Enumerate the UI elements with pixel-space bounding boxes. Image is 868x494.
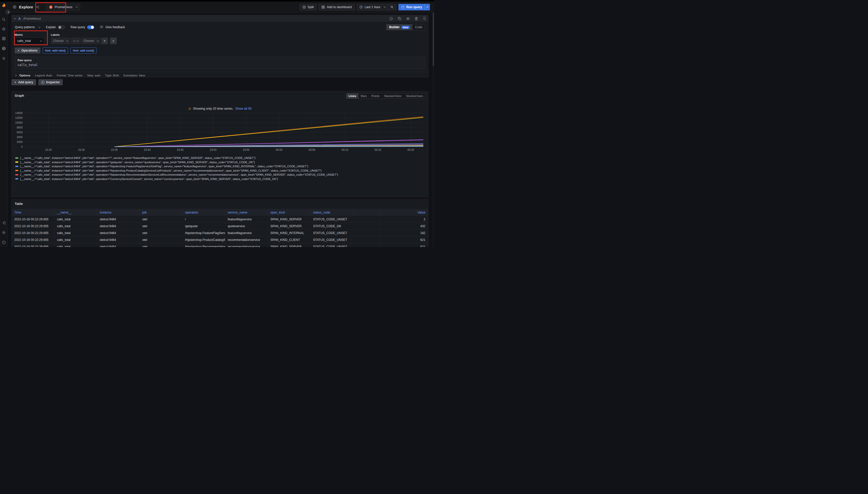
legend-clipped-row: · –··– ··–· –·· –·–·· –·– ··–· –··– ·–··… [15, 194, 426, 195]
raw-query-toggle[interactable]: Raw query [71, 25, 94, 29]
table-cell: 2022-10-16 00:22:29.655 [12, 216, 55, 223]
explore-compass-icon[interactable] [2, 46, 6, 51]
table-row[interactable]: 2022-10-16 00:22:29.655calls_totalotelco… [12, 223, 428, 229]
graph-style-tab-stacked-bars[interactable]: Stacked bars [404, 93, 426, 98]
graph-style-tab-lines[interactable]: Lines [346, 93, 359, 98]
legend-label: {__name__="calls_total", instance="otelc… [20, 173, 338, 176]
table-cell: otel [140, 216, 183, 223]
svg-text:12000: 12000 [15, 116, 23, 119]
column-header-Time[interactable]: Time [12, 209, 55, 216]
explain-switch[interactable] [58, 25, 65, 29]
legend-item[interactable]: {__name__="calls_total", instance="otelc… [15, 156, 426, 160]
dashboards-icon[interactable] [2, 37, 6, 41]
query-hints: hint: add rate()hint: add sum() [43, 48, 97, 54]
legend-item[interactable]: {__name__="calls_total", instance="otelc… [15, 164, 426, 169]
page-scrollbar[interactable] [433, 1, 434, 247]
svg-text:23:55: 23:55 [243, 148, 249, 151]
query-patterns-dropdown[interactable]: Query patterns [15, 25, 40, 29]
search-icon[interactable] [2, 18, 6, 22]
grafana-logo[interactable] [1, 2, 6, 7]
code-mode-tab[interactable]: Code [412, 24, 425, 30]
option-summary-item: Exemplars: false [124, 74, 145, 77]
give-feedback-link[interactable]: Give feedback [100, 25, 125, 29]
legend-item[interactable]: {__name__="calls_total", instance="otelc… [15, 169, 426, 173]
scrollbar-thumb[interactable] [433, 13, 434, 66]
metric-select[interactable]: calls_total [15, 38, 44, 44]
table-cell: SPAN_KIND_CLIENT [268, 236, 311, 243]
column-header-instance[interactable]: instance [97, 209, 140, 216]
column-header-operation[interactable]: operation [183, 209, 225, 216]
hide-response-eye-icon[interactable] [406, 17, 410, 21]
sign-in-icon[interactable] [2, 221, 6, 225]
operations-button[interactable]: + Operations [15, 48, 40, 54]
legend-item[interactable]: {__name__="calls_total", instance="otelc… [15, 177, 426, 181]
run-query-button[interactable]: Run query [398, 4, 430, 11]
add-to-dashboard-button[interactable]: Add to dashboard [319, 4, 355, 11]
remove-query-trash-icon[interactable] [414, 17, 418, 21]
column-header-span_kind[interactable]: span_kind [268, 209, 311, 216]
query-help-icon[interactable]: ? [389, 17, 393, 21]
legend-label: {__name__="calls_total", instance="otelc… [20, 169, 322, 172]
column-header-__name__[interactable]: __name__ [55, 209, 97, 216]
column-header-status_code[interactable]: status_code [311, 209, 354, 216]
show-all-series-link[interactable]: Show all 55 [235, 107, 252, 110]
share-icon[interactable] [36, 5, 39, 9]
table-cell: 2022-10-16 00:22:29.655 [12, 243, 55, 247]
table-cell: 621 [380, 243, 428, 247]
zoom-out-time-button[interactable] [388, 4, 396, 10]
label-key-select[interactable]: Choose [51, 38, 70, 44]
copy-query-icon[interactable] [398, 17, 401, 21]
starred-icon[interactable] [2, 27, 6, 31]
sidebar-expand-button[interactable] [5, 10, 10, 15]
comment-icon [100, 25, 104, 29]
time-series-chart[interactable]: 0200040006000800010000120001400023:2523:… [14, 112, 426, 155]
datasource-picker[interactable]: Prometheus [46, 4, 80, 11]
legend-color-swatch [15, 166, 18, 167]
explain-toggle[interactable]: Explain [46, 25, 65, 29]
table-cell: recommendationservice [225, 243, 268, 247]
raw-query-switch[interactable] [87, 25, 94, 29]
legend-label: {__name__="calls_total", instance="otelc… [20, 161, 255, 164]
run-query-dropdown[interactable] [424, 4, 430, 11]
svg-text:8000: 8000 [17, 126, 23, 129]
query-hint-button[interactable]: hint: add sum() [70, 48, 96, 54]
add-label-filter-button[interactable]: + [110, 38, 116, 44]
query-row-header[interactable]: A (Prometheus) ? [12, 15, 428, 22]
time-range-picker[interactable]: Last 1 hour [357, 4, 388, 10]
collapse-chevron-icon[interactable] [14, 17, 16, 19]
table-row[interactable]: 2022-10-16 00:22:29.655calls_totalotelco… [12, 229, 428, 236]
settings-gear-icon[interactable] [2, 230, 6, 234]
alerting-bell-icon[interactable] [2, 56, 6, 60]
column-header-service_name[interactable]: service_name [225, 209, 268, 216]
graph-style-tab-points[interactable]: Points [369, 93, 382, 98]
legend-item[interactable]: {__name__="calls_total", instance="otelc… [15, 173, 426, 177]
table-row[interactable]: 2022-10-16 00:22:29.655calls_totalotelco… [12, 243, 428, 247]
graph-style-tab-stacked-lines[interactable]: Stacked lines [382, 93, 403, 98]
table-cell: / [183, 216, 225, 223]
label-value-select[interactable]: Choose [81, 38, 101, 44]
builder-mode-tab[interactable]: Builder Beta [386, 24, 412, 30]
graph-style-tab-bars[interactable]: Bars [359, 93, 369, 98]
help-icon[interactable]: ? [2, 241, 6, 245]
table-cell: 2022-10-16 00:22:29.655 [12, 236, 55, 243]
warning-icon: ⚠ [188, 107, 191, 110]
drag-handle[interactable] [423, 17, 426, 21]
svg-text:00:15: 00:15 [375, 148, 381, 151]
table-row[interactable]: 2022-10-16 00:22:29.655calls_totalotelco… [12, 216, 428, 223]
split-button[interactable]: Split [300, 4, 317, 11]
label-operator-select[interactable]: = [71, 38, 80, 44]
graph-style-tabs: LinesBarsPointsStacked linesStacked bars [346, 93, 426, 99]
svg-text:23:35: 23:35 [111, 148, 117, 151]
legend-item[interactable]: {__name__="calls_total", instance="otelc… [15, 160, 426, 165]
table-row[interactable]: 2022-10-16 00:22:29.655calls_totalotelco… [12, 236, 428, 243]
add-query-button[interactable]: + Add query [12, 79, 36, 85]
inspector-button[interactable]: i Inspector [38, 79, 63, 85]
column-header-job[interactable]: job [140, 209, 183, 216]
query-hint-button[interactable]: hint: add rate() [43, 48, 68, 54]
column-header-Value[interactable]: Value [380, 209, 428, 216]
remove-label-filter-button[interactable]: × [102, 38, 108, 44]
query-ref-id: A [18, 17, 21, 21]
query-options-row[interactable]: Options Legend: AutoFormat: Time seriesS… [12, 72, 428, 79]
options-label: Options [19, 74, 30, 77]
option-summary-item: Legend: Auto [35, 74, 52, 77]
